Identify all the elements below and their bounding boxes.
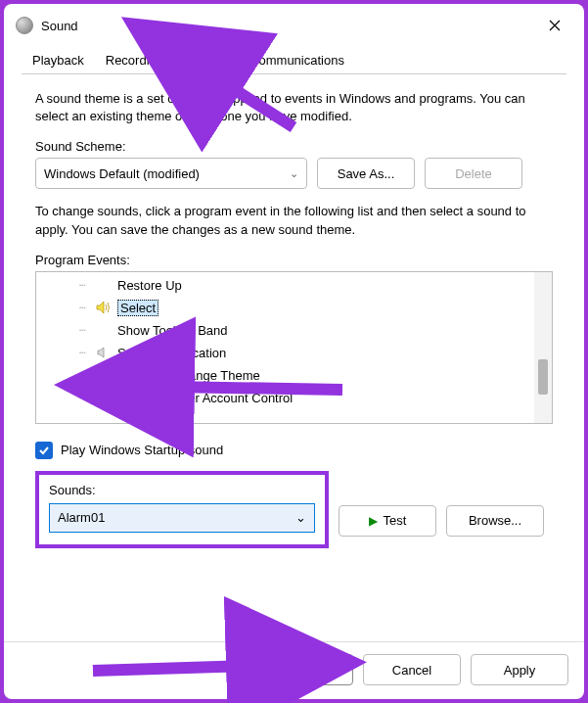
chevron-down-icon: ⌄ <box>290 167 298 180</box>
change-sounds-text: To change sounds, click a program event … <box>35 203 553 238</box>
sound-app-icon <box>16 17 33 34</box>
tree-connector-icon: ┄ <box>79 369 86 382</box>
sounds-section-highlight: Sounds: Alarm01 ⌄ <box>35 471 329 548</box>
sound-scheme-label: Sound Scheme: <box>35 139 553 154</box>
program-events-label: Program Events: <box>35 253 553 267</box>
sound-scheme-select[interactable]: Windows Default (modified) ⌄ <box>35 158 307 189</box>
tab-playback[interactable]: Playback <box>22 46 95 74</box>
tree-connector-icon: ┄ <box>79 302 86 314</box>
play-icon: ▶ <box>369 514 378 528</box>
event-label: Restore Up <box>117 278 182 293</box>
close-icon <box>549 20 561 31</box>
event-item[interactable]: ┄ Windows Change Theme <box>36 364 534 387</box>
apply-button[interactable]: Apply <box>471 654 568 685</box>
test-button[interactable]: ▶ Test <box>339 505 436 537</box>
event-item[interactable]: ┄ Show Toolbar Band <box>36 319 534 342</box>
sounds-label: Sounds: <box>49 483 315 497</box>
description-text: A sound theme is a set of sounds applied… <box>35 90 553 125</box>
chevron-down-icon: ⌄ <box>295 510 306 525</box>
titlebar: Sound <box>4 4 584 45</box>
sounds-value: Alarm01 <box>58 510 105 525</box>
speaker-mute-icon <box>96 345 112 360</box>
tree-connector-icon: ┄ <box>79 392 86 404</box>
speaker-mute-icon <box>96 390 112 405</box>
ok-button[interactable]: OK <box>255 654 353 685</box>
speaker-empty-icon <box>96 277 112 293</box>
tree-connector-icon: ┄ <box>79 347 86 359</box>
tab-sounds[interactable]: Sounds <box>174 46 239 74</box>
startup-sound-label: Play Windows Startup sound <box>61 443 223 457</box>
event-label: Select <box>117 300 158 316</box>
delete-button: Delete <box>425 158 522 189</box>
event-label: Show Toolbar Band <box>117 323 228 338</box>
test-label: Test <box>384 513 407 528</box>
cancel-button[interactable]: Cancel <box>363 654 461 685</box>
scrollbar-thumb[interactable] <box>538 359 548 395</box>
startup-sound-checkbox[interactable] <box>35 442 53 459</box>
tabs: Playback Recording Sounds Communications <box>4 45 584 74</box>
sound-scheme-value: Windows Default (modified) <box>44 166 200 181</box>
tab-communications[interactable]: Communications <box>239 46 355 74</box>
save-as-button[interactable]: Save As... <box>317 158 415 189</box>
browse-button[interactable]: Browse... <box>446 505 544 537</box>
events-scrollbar[interactable] <box>534 272 552 423</box>
speaker-empty-icon <box>96 367 112 383</box>
close-button[interactable] <box>537 11 572 40</box>
speaker-sound-icon <box>96 300 112 315</box>
dialog-footer: OK Cancel Apply <box>4 641 584 699</box>
event-label: System Notification <box>117 346 226 360</box>
event-label: Windows User Account Control <box>117 391 293 405</box>
program-events-list[interactable]: ┄ Restore Up ┄ Select ┄ Show <box>35 271 553 424</box>
event-label: Windows Change Theme <box>117 368 260 383</box>
event-item[interactable]: ┄ System Notification <box>36 342 534 364</box>
tree-connector-icon: ┄ <box>79 279 86 292</box>
event-item[interactable]: ┄ Restore Up <box>36 274 534 297</box>
tree-connector-icon: ┄ <box>79 324 86 337</box>
sounds-select[interactable]: Alarm01 ⌄ <box>49 503 315 533</box>
tab-recording[interactable]: Recording <box>95 46 174 74</box>
tab-content: A sound theme is a set of sounds applied… <box>4 74 584 641</box>
event-item[interactable]: ┄ Windows User Account Control <box>36 387 534 409</box>
window-title: Sound <box>41 19 537 33</box>
event-item-selected[interactable]: ┄ Select <box>36 297 534 319</box>
checkmark-icon <box>38 445 50 456</box>
speaker-empty-icon <box>96 322 112 338</box>
sound-dialog: Sound Playback Recording Sounds Communic… <box>4 4 584 699</box>
